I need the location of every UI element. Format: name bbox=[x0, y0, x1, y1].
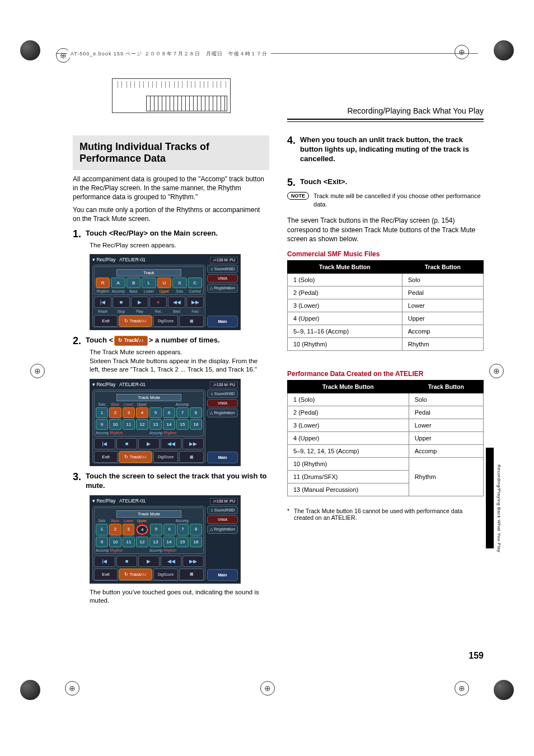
thumb-tab bbox=[486, 448, 494, 548]
print-header-text: AT-500_e.book 159 ページ ２００８年７月２８日 月曜日 午後４… bbox=[67, 50, 271, 58]
th-mute: Track Mute Button bbox=[288, 380, 409, 393]
table-smf: Track Mute Button Track Button 1 (Solo)S… bbox=[287, 260, 484, 351]
running-head: Recording/Playing Back What You Play bbox=[287, 106, 484, 119]
left-column: Muting Individual Tracks of Performance … bbox=[73, 78, 269, 666]
step-3-sub: The button you've touched goes out, indi… bbox=[90, 588, 269, 605]
section-heading: Muting Individual Tracks of Performance … bbox=[79, 141, 263, 165]
step-1-sub: The Rec/Play screen appears. bbox=[90, 241, 269, 250]
step-2-sub-2: Sixteen Track Mute buttons appear in the… bbox=[90, 357, 269, 374]
footnote-star: * bbox=[287, 508, 289, 521]
registration-mark bbox=[489, 364, 504, 378]
footnote-text: The Track Mute button 16 cannot be used … bbox=[294, 508, 484, 521]
thumb-tab-text: Recording/Playing Back What You Play bbox=[496, 464, 502, 552]
table-2-title: Performance Data Created on the ATELIER bbox=[287, 370, 484, 378]
trackmute-screenshot-1: ▾ Rec/Play ATELIER-01 ♩=130 M: PU Track … bbox=[90, 379, 241, 466]
recplay-screenshot-1: ▾ Rec/Play ATELIER-01 ♩=130 M: PU Track … bbox=[90, 254, 241, 330]
step-2-sub-1: The Track Mute screen appears. bbox=[90, 348, 269, 357]
keyboard-illustration bbox=[112, 78, 231, 113]
track-chip-icon: ↻ Track/♪♪ bbox=[114, 336, 148, 346]
step-1-text: Touch <Rec/Play> on the Main screen. bbox=[86, 229, 218, 238]
registration-mark bbox=[30, 364, 45, 378]
step-number: 5. bbox=[287, 177, 296, 187]
step-number: 2. bbox=[73, 336, 81, 346]
note-text: Track mute will be cancelled if you choo… bbox=[313, 192, 484, 209]
intro-para-1: All accompaniment data is grouped to the… bbox=[73, 175, 269, 202]
corner-ball bbox=[494, 680, 514, 700]
right-column: Recording/Playing Back What You Play 4. … bbox=[287, 78, 484, 666]
step-4-text: When you touch an unlit track button, th… bbox=[300, 135, 484, 164]
corner-ball bbox=[20, 40, 40, 60]
corner-ball bbox=[494, 40, 514, 60]
page-number: 159 bbox=[469, 651, 484, 661]
registration-mark bbox=[260, 681, 275, 696]
registration-mark bbox=[455, 681, 469, 696]
mid-para: The seven Track buttons in the Rec/Play … bbox=[287, 216, 484, 243]
step-number: 4. bbox=[287, 135, 296, 145]
note-block: NOTE Track mute will be cancelled if you… bbox=[287, 192, 484, 209]
step-5-text: Touch <Exit>. bbox=[300, 177, 347, 187]
step-number: 1. bbox=[73, 229, 81, 239]
footnote: * The Track Mute button 16 cannot be use… bbox=[287, 508, 484, 521]
table-atelier: Track Mute Button Track Button 1 (Solo)S… bbox=[287, 380, 484, 496]
intro-para-2: You can mute only a portion of the Rhyth… bbox=[73, 205, 269, 223]
th-mute: Track Mute Button bbox=[288, 260, 402, 273]
registration-mark bbox=[65, 681, 79, 696]
trackmute-screenshot-2: ▾ Rec/Play ATELIER-01 ♩=130 M: PU Track … bbox=[90, 495, 241, 584]
registration-mark bbox=[455, 45, 469, 59]
section-heading-box: Muting Individual Tracks of Performance … bbox=[73, 135, 269, 170]
head-rule bbox=[287, 119, 484, 122]
table-1-title: Commercial SMF Music Files bbox=[287, 250, 484, 258]
note-badge: NOTE bbox=[287, 192, 309, 200]
step-number: 3. bbox=[73, 472, 81, 482]
corner-ball bbox=[20, 680, 40, 700]
step-2-text: Touch <↻ Track/♪♪> a number of times. bbox=[86, 336, 220, 346]
step-3-text: Touch the screen to select the track tha… bbox=[86, 472, 269, 491]
th-button: Track Button bbox=[409, 380, 483, 393]
th-button: Track Button bbox=[402, 260, 483, 273]
